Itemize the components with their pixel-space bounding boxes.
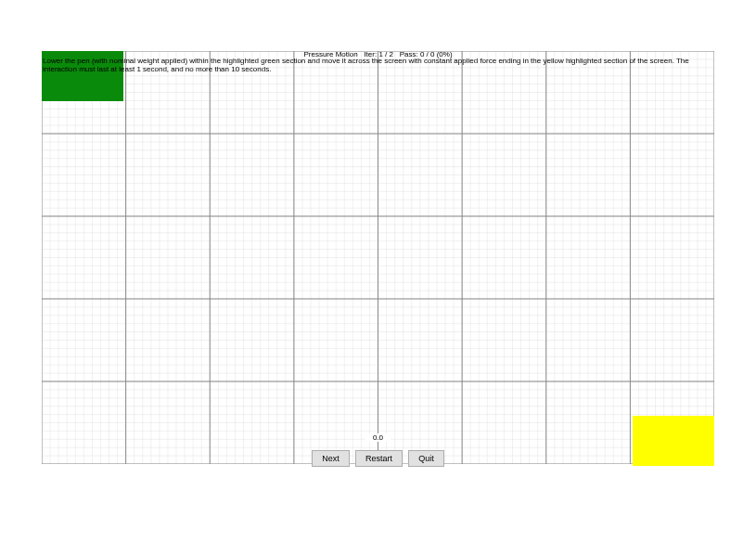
next-button[interactable]: Next xyxy=(312,450,350,467)
restart-button[interactable]: Restart xyxy=(355,450,403,467)
quit-button[interactable]: Quit xyxy=(408,450,444,467)
pressure-value-row: 0.0 xyxy=(0,433,756,442)
button-bar: Next Restart Quit xyxy=(0,450,756,467)
grid-canvas[interactable] xyxy=(42,51,714,464)
grid-svg xyxy=(42,51,714,464)
pressure-value: 0.0 xyxy=(365,433,391,442)
instructions-text: Lower the pen (with nominal weight appli… xyxy=(43,57,713,73)
